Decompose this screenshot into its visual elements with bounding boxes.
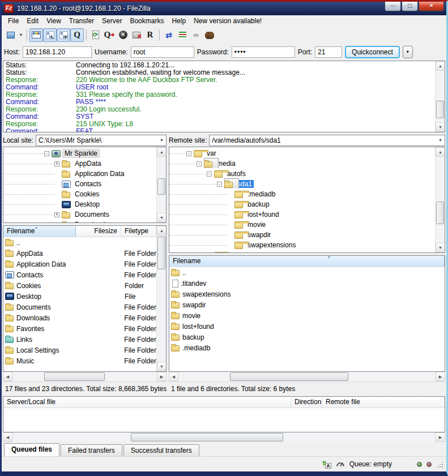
disconnect-button[interactable]: ✕: [130, 28, 143, 42]
file-row[interactable]: ..: [3, 237, 156, 248]
file-row[interactable]: ..: [169, 267, 445, 278]
tree-item[interactable]: Desktop: [3, 199, 156, 209]
queue-tab[interactable]: Queued files: [4, 443, 59, 456]
scroll-left-arrow[interactable]: ◀: [3, 372, 12, 381]
log-vertical-scrollbar[interactable]: ▲ ▼: [435, 61, 445, 132]
tree-item[interactable]: Contacts: [3, 179, 156, 189]
scroll-track[interactable]: [436, 71, 445, 122]
expander-icon[interactable]: [227, 192, 232, 197]
transfer-type-icon[interactable]: ⇅A: [322, 460, 331, 468]
scroll-up-arrow[interactable]: ▲: [157, 147, 167, 157]
cancel-button[interactable]: ✕: [116, 28, 130, 42]
file-row[interactable]: swapdir: [169, 299, 445, 310]
expander-icon[interactable]: [217, 182, 222, 187]
quickconnect-button[interactable]: Quickconnect: [345, 46, 400, 58]
tree-item[interactable]: dvd: [169, 250, 435, 252]
expander-icon[interactable]: [54, 222, 59, 223]
tree-item[interactable]: Cookies: [3, 189, 156, 199]
tree-item[interactable]: media: [169, 158, 435, 169]
expander-icon[interactable]: [44, 151, 49, 156]
find-files-button[interactable]: [203, 28, 216, 42]
expander-icon[interactable]: [54, 202, 59, 207]
column-header-filetype[interactable]: Filetype: [121, 226, 156, 237]
scroll-down-arrow[interactable]: ▼: [436, 122, 445, 132]
tree-item[interactable]: Documents: [3, 209, 156, 220]
file-row[interactable]: Contacts File Folder: [3, 269, 156, 280]
username-input[interactable]: [131, 46, 194, 58]
scroll-thumb[interactable]: [230, 372, 348, 381]
column-header-direction[interactable]: Direction: [291, 397, 322, 408]
file-row[interactable]: Application Data File Folder: [3, 259, 156, 269]
quickconnect-dropdown[interactable]: ▼: [403, 46, 413, 58]
file-row[interactable]: swapextensions: [169, 289, 445, 299]
tree-item[interactable]: movie: [169, 220, 435, 230]
tree-item[interactable]: Downloads: [3, 220, 156, 222]
file-row[interactable]: Documents File Folder: [3, 302, 156, 312]
tree-item[interactable]: Mr Sparkle: [3, 148, 156, 158]
refresh-button[interactable]: ⟳: [89, 28, 103, 42]
expander-icon[interactable]: [54, 212, 59, 217]
expander-icon[interactable]: [207, 171, 212, 177]
expander-icon[interactable]: [227, 202, 232, 207]
password-input[interactable]: [232, 46, 295, 58]
tree-item[interactable]: sda1: [169, 179, 435, 189]
directory-comparison-button[interactable]: ⇄: [162, 28, 176, 42]
file-row[interactable]: Music File Folder: [3, 355, 156, 366]
queue-horizontal-scrollbar[interactable]: ◀ ▶: [3, 432, 445, 442]
column-header-filename[interactable]: Filename ▾: [169, 256, 445, 267]
expander-icon[interactable]: [227, 222, 232, 228]
scroll-thumb[interactable]: [436, 101, 444, 118]
local-list-horizontal-scrollbar[interactable]: ◀ ▶: [3, 372, 167, 381]
scroll-up-arrow[interactable]: ▲: [436, 147, 445, 157]
menu-item[interactable]: Help: [168, 16, 190, 26]
tree-item[interactable]: autofs: [169, 169, 435, 179]
file-row[interactable]: Local Settings File Folder: [3, 345, 156, 355]
scroll-down-arrow[interactable]: ▼: [436, 243, 445, 252]
process-queue-button[interactable]: Q ➜: [103, 28, 116, 42]
file-row[interactable]: Cookies Folder: [3, 280, 156, 291]
queue-tab[interactable]: Failed transfers: [61, 444, 122, 456]
scroll-track[interactable]: [436, 157, 445, 243]
file-row[interactable]: AppData File Folder: [3, 248, 156, 259]
scroll-thumb[interactable]: [157, 237, 165, 269]
tree-item[interactable]: swapextensions: [169, 240, 435, 250]
tree-item[interactable]: backup: [169, 199, 435, 209]
scroll-right-arrow[interactable]: ▶: [436, 372, 445, 381]
scroll-down-arrow[interactable]: ▼: [157, 213, 167, 222]
scroll-right-arrow[interactable]: ▶: [436, 432, 445, 442]
tree-item[interactable]: .mediadb: [169, 189, 435, 199]
scroll-track[interactable]: [178, 372, 436, 381]
column-header-filename[interactable]: Filename ▴: [3, 226, 76, 237]
menu-item[interactable]: Server: [98, 16, 126, 26]
toggle-message-log-button[interactable]: [29, 28, 43, 42]
toggle-queue-button[interactable]: Q: [70, 28, 84, 42]
toggle-remote-tree-button[interactable]: F: [57, 28, 70, 42]
expander-icon[interactable]: [227, 212, 232, 217]
file-row[interactable]: movie: [169, 310, 445, 321]
remote-list-horizontal-scrollbar[interactable]: ◀ ▶: [169, 372, 445, 381]
column-header-server-local-file[interactable]: Server/Local file: [3, 397, 291, 408]
local-tree-vertical-scrollbar[interactable]: ▲ ▼: [156, 147, 166, 222]
expander-icon[interactable]: [197, 161, 202, 166]
scroll-up-arrow[interactable]: ▲: [436, 61, 445, 71]
expander-icon[interactable]: [54, 192, 59, 197]
tree-item[interactable]: Application Data: [3, 169, 156, 179]
scroll-left-arrow[interactable]: ◀: [3, 432, 12, 442]
expander-icon[interactable]: [54, 161, 59, 166]
reconnect-button[interactable]: R: [143, 28, 157, 42]
scroll-down-arrow[interactable]: ▼: [157, 362, 167, 371]
file-row[interactable]: backup: [169, 332, 445, 342]
host-input[interactable]: [23, 46, 92, 58]
synchronized-browsing-button[interactable]: [176, 28, 189, 42]
site-manager-dropdown[interactable]: ▼: [18, 28, 24, 42]
queue-tab[interactable]: Successful transfers: [123, 444, 199, 456]
scroll-thumb[interactable]: [44, 372, 105, 381]
expander-icon[interactable]: [54, 171, 59, 177]
site-manager-button[interactable]: [4, 28, 18, 42]
scroll-thumb[interactable]: [436, 201, 444, 224]
file-row[interactable]: Favorites File Folder: [3, 323, 156, 334]
menu-item[interactable]: Edit: [23, 16, 42, 26]
menu-item[interactable]: Bookmarks: [126, 16, 168, 26]
file-row[interactable]: lost+found: [169, 321, 445, 332]
maximize-button[interactable]: ▢: [402, 2, 418, 11]
